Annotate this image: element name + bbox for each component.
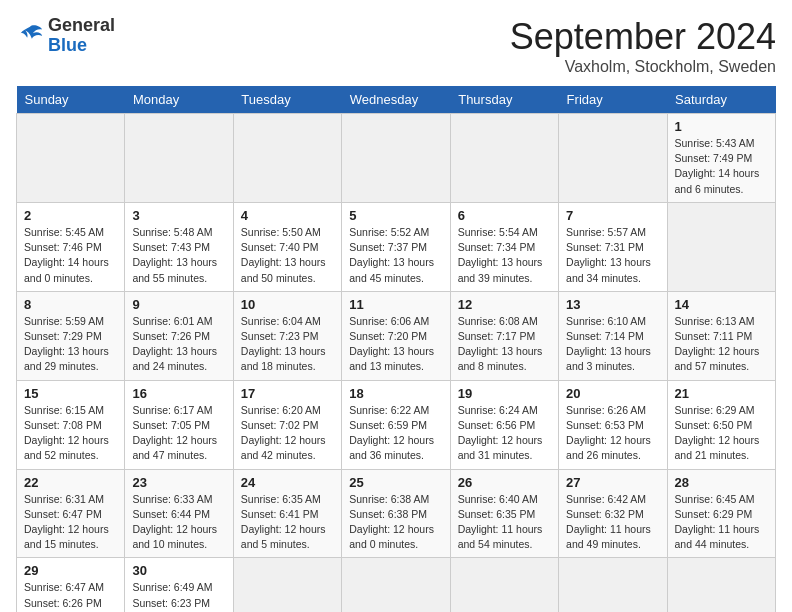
weekday-header-tuesday: Tuesday — [233, 86, 341, 114]
logo-bird-icon — [16, 22, 44, 50]
calendar-day: 8Sunrise: 5:59 AMSunset: 7:29 PMDaylight… — [17, 291, 125, 380]
calendar-day: 28Sunrise: 6:45 AMSunset: 6:29 PMDayligh… — [667, 469, 775, 558]
day-detail: Sunrise: 6:04 AMSunset: 7:23 PMDaylight:… — [241, 314, 334, 375]
day-detail: Sunrise: 6:45 AMSunset: 6:29 PMDaylight:… — [675, 492, 768, 553]
day-number: 6 — [458, 208, 551, 223]
calendar-day: 1Sunrise: 5:43 AMSunset: 7:49 PMDaylight… — [667, 114, 775, 203]
day-detail: Sunrise: 6:26 AMSunset: 6:53 PMDaylight:… — [566, 403, 659, 464]
day-number: 17 — [241, 386, 334, 401]
calendar-week-4: 15Sunrise: 6:15 AMSunset: 7:08 PMDayligh… — [17, 380, 776, 469]
calendar-day — [342, 558, 450, 612]
calendar-day — [559, 558, 667, 612]
calendar-day: 14Sunrise: 6:13 AMSunset: 7:11 PMDayligh… — [667, 291, 775, 380]
logo-general-text: General — [48, 15, 115, 35]
day-number: 8 — [24, 297, 117, 312]
calendar-day — [559, 114, 667, 203]
day-detail: Sunrise: 6:49 AMSunset: 6:23 PMDaylight:… — [132, 580, 225, 612]
day-number: 30 — [132, 563, 225, 578]
day-number: 20 — [566, 386, 659, 401]
day-detail: Sunrise: 6:35 AMSunset: 6:41 PMDaylight:… — [241, 492, 334, 553]
calendar-day: 18Sunrise: 6:22 AMSunset: 6:59 PMDayligh… — [342, 380, 450, 469]
calendar-day — [233, 114, 341, 203]
day-number: 21 — [675, 386, 768, 401]
calendar-week-1: 1Sunrise: 5:43 AMSunset: 7:49 PMDaylight… — [17, 114, 776, 203]
day-number: 29 — [24, 563, 117, 578]
calendar-day — [125, 114, 233, 203]
day-number: 4 — [241, 208, 334, 223]
day-detail: Sunrise: 6:08 AMSunset: 7:17 PMDaylight:… — [458, 314, 551, 375]
day-number: 3 — [132, 208, 225, 223]
day-number: 11 — [349, 297, 442, 312]
calendar-day: 30Sunrise: 6:49 AMSunset: 6:23 PMDayligh… — [125, 558, 233, 612]
day-number: 28 — [675, 475, 768, 490]
day-detail: Sunrise: 6:40 AMSunset: 6:35 PMDaylight:… — [458, 492, 551, 553]
day-number: 26 — [458, 475, 551, 490]
day-detail: Sunrise: 6:42 AMSunset: 6:32 PMDaylight:… — [566, 492, 659, 553]
calendar-week-3: 8Sunrise: 5:59 AMSunset: 7:29 PMDaylight… — [17, 291, 776, 380]
calendar-day — [17, 114, 125, 203]
calendar-day: 19Sunrise: 6:24 AMSunset: 6:56 PMDayligh… — [450, 380, 558, 469]
calendar-day — [450, 558, 558, 612]
day-detail: Sunrise: 6:24 AMSunset: 6:56 PMDaylight:… — [458, 403, 551, 464]
calendar-day — [342, 114, 450, 203]
calendar-header: SundayMondayTuesdayWednesdayThursdayFrid… — [17, 86, 776, 114]
day-detail: Sunrise: 6:17 AMSunset: 7:05 PMDaylight:… — [132, 403, 225, 464]
day-detail: Sunrise: 5:45 AMSunset: 7:46 PMDaylight:… — [24, 225, 117, 286]
day-number: 1 — [675, 119, 768, 134]
calendar-day: 13Sunrise: 6:10 AMSunset: 7:14 PMDayligh… — [559, 291, 667, 380]
month-title: September 2024 — [510, 16, 776, 58]
day-number: 15 — [24, 386, 117, 401]
day-detail: Sunrise: 5:59 AMSunset: 7:29 PMDaylight:… — [24, 314, 117, 375]
day-detail: Sunrise: 5:50 AMSunset: 7:40 PMDaylight:… — [241, 225, 334, 286]
day-number: 27 — [566, 475, 659, 490]
calendar-day — [233, 558, 341, 612]
day-detail: Sunrise: 6:33 AMSunset: 6:44 PMDaylight:… — [132, 492, 225, 553]
weekday-header-sunday: Sunday — [17, 86, 125, 114]
calendar-day: 10Sunrise: 6:04 AMSunset: 7:23 PMDayligh… — [233, 291, 341, 380]
calendar-day: 15Sunrise: 6:15 AMSunset: 7:08 PMDayligh… — [17, 380, 125, 469]
day-detail: Sunrise: 6:38 AMSunset: 6:38 PMDaylight:… — [349, 492, 442, 553]
calendar-day: 25Sunrise: 6:38 AMSunset: 6:38 PMDayligh… — [342, 469, 450, 558]
logo: General Blue — [16, 16, 115, 56]
calendar-day: 4Sunrise: 5:50 AMSunset: 7:40 PMDaylight… — [233, 202, 341, 291]
day-number: 22 — [24, 475, 117, 490]
day-number: 24 — [241, 475, 334, 490]
day-detail: Sunrise: 6:15 AMSunset: 7:08 PMDaylight:… — [24, 403, 117, 464]
day-detail: Sunrise: 6:01 AMSunset: 7:26 PMDaylight:… — [132, 314, 225, 375]
calendar-day — [667, 202, 775, 291]
day-detail: Sunrise: 6:29 AMSunset: 6:50 PMDaylight:… — [675, 403, 768, 464]
calendar-day: 29Sunrise: 6:47 AMSunset: 6:26 PMDayligh… — [17, 558, 125, 612]
calendar-day: 6Sunrise: 5:54 AMSunset: 7:34 PMDaylight… — [450, 202, 558, 291]
day-detail: Sunrise: 5:48 AMSunset: 7:43 PMDaylight:… — [132, 225, 225, 286]
weekday-header-friday: Friday — [559, 86, 667, 114]
weekday-header-wednesday: Wednesday — [342, 86, 450, 114]
day-number: 18 — [349, 386, 442, 401]
day-detail: Sunrise: 6:31 AMSunset: 6:47 PMDaylight:… — [24, 492, 117, 553]
calendar-day — [450, 114, 558, 203]
day-detail: Sunrise: 5:52 AMSunset: 7:37 PMDaylight:… — [349, 225, 442, 286]
weekday-header-thursday: Thursday — [450, 86, 558, 114]
calendar-day: 3Sunrise: 5:48 AMSunset: 7:43 PMDaylight… — [125, 202, 233, 291]
day-detail: Sunrise: 6:22 AMSunset: 6:59 PMDaylight:… — [349, 403, 442, 464]
calendar-day: 20Sunrise: 6:26 AMSunset: 6:53 PMDayligh… — [559, 380, 667, 469]
day-number: 19 — [458, 386, 551, 401]
day-number: 12 — [458, 297, 551, 312]
calendar-day: 11Sunrise: 6:06 AMSunset: 7:20 PMDayligh… — [342, 291, 450, 380]
day-detail: Sunrise: 5:57 AMSunset: 7:31 PMDaylight:… — [566, 225, 659, 286]
day-detail: Sunrise: 6:13 AMSunset: 7:11 PMDaylight:… — [675, 314, 768, 375]
day-number: 25 — [349, 475, 442, 490]
day-number: 9 — [132, 297, 225, 312]
day-detail: Sunrise: 6:47 AMSunset: 6:26 PMDaylight:… — [24, 580, 117, 612]
calendar-day — [667, 558, 775, 612]
day-number: 2 — [24, 208, 117, 223]
day-number: 14 — [675, 297, 768, 312]
calendar-day: 9Sunrise: 6:01 AMSunset: 7:26 PMDaylight… — [125, 291, 233, 380]
title-block: September 2024 Vaxholm, Stockholm, Swede… — [510, 16, 776, 76]
day-detail: Sunrise: 6:10 AMSunset: 7:14 PMDaylight:… — [566, 314, 659, 375]
calendar-day: 2Sunrise: 5:45 AMSunset: 7:46 PMDaylight… — [17, 202, 125, 291]
calendar-day: 24Sunrise: 6:35 AMSunset: 6:41 PMDayligh… — [233, 469, 341, 558]
location-subtitle: Vaxholm, Stockholm, Sweden — [510, 58, 776, 76]
calendar-day: 27Sunrise: 6:42 AMSunset: 6:32 PMDayligh… — [559, 469, 667, 558]
day-number: 23 — [132, 475, 225, 490]
calendar-day: 26Sunrise: 6:40 AMSunset: 6:35 PMDayligh… — [450, 469, 558, 558]
